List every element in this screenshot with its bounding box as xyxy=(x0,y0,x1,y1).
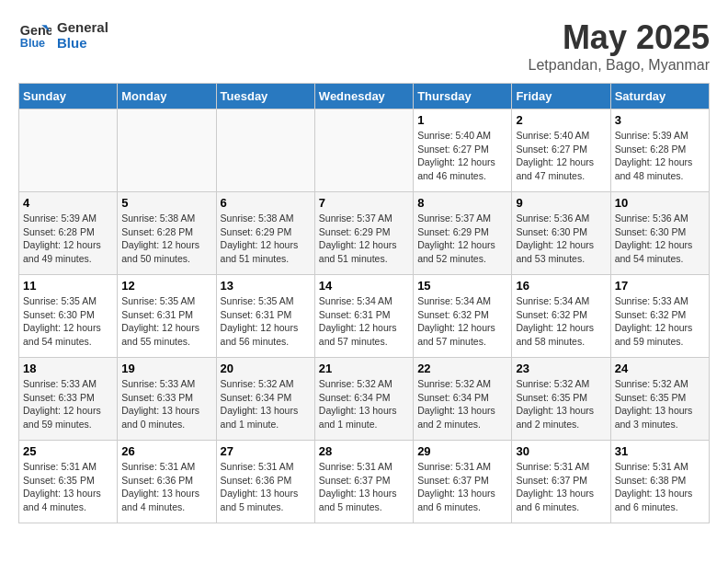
calendar-cell: 15Sunrise: 5:34 AM Sunset: 6:32 PM Dayli… xyxy=(414,275,512,358)
calendar-cell: 22Sunrise: 5:32 AM Sunset: 6:34 PM Dayli… xyxy=(414,358,512,441)
day-number: 25 xyxy=(23,444,113,458)
main-title: May 2025 xyxy=(529,18,710,57)
day-info: Sunrise: 5:37 AM Sunset: 6:29 PM Dayligh… xyxy=(417,212,507,266)
calendar-cell: 29Sunrise: 5:31 AM Sunset: 6:37 PM Dayli… xyxy=(414,441,512,523)
day-number: 24 xyxy=(615,362,705,375)
calendar-cell: 20Sunrise: 5:32 AM Sunset: 6:34 PM Dayli… xyxy=(216,358,314,441)
day-info: Sunrise: 5:35 AM Sunset: 6:31 PM Dayligh… xyxy=(121,294,211,349)
day-info: Sunrise: 5:31 AM Sunset: 6:37 PM Dayligh… xyxy=(417,460,507,514)
calendar-cell: 27Sunrise: 5:31 AM Sunset: 6:36 PM Dayli… xyxy=(216,441,314,523)
day-number: 1 xyxy=(417,113,507,127)
day-info: Sunrise: 5:39 AM Sunset: 6:28 PM Dayligh… xyxy=(615,129,705,183)
day-number: 10 xyxy=(615,196,705,210)
calendar-cell: 10Sunrise: 5:36 AM Sunset: 6:30 PM Dayli… xyxy=(610,192,709,275)
day-info: Sunrise: 5:32 AM Sunset: 6:34 PM Dayligh… xyxy=(221,377,311,431)
day-number: 14 xyxy=(319,279,409,293)
day-number: 7 xyxy=(319,196,409,210)
day-info: Sunrise: 5:32 AM Sunset: 6:34 PM Dayligh… xyxy=(417,377,507,431)
day-number: 3 xyxy=(615,113,705,127)
calendar-cell: 28Sunrise: 5:31 AM Sunset: 6:37 PM Dayli… xyxy=(314,441,413,523)
day-number: 18 xyxy=(23,362,113,375)
day-info: Sunrise: 5:40 AM Sunset: 6:27 PM Dayligh… xyxy=(417,129,507,183)
calendar-cell: 18Sunrise: 5:33 AM Sunset: 6:33 PM Dayli… xyxy=(19,358,118,441)
day-number: 26 xyxy=(121,444,211,458)
title-block: May 2025 Letpandan, Bago, Myanmar xyxy=(529,18,710,74)
day-number: 29 xyxy=(417,444,507,458)
day-number: 30 xyxy=(516,444,606,458)
day-info: Sunrise: 5:40 AM Sunset: 6:27 PM Dayligh… xyxy=(516,129,606,183)
calendar-cell: 1Sunrise: 5:40 AM Sunset: 6:27 PM Daylig… xyxy=(414,109,512,192)
day-info: Sunrise: 5:34 AM Sunset: 6:31 PM Dayligh… xyxy=(319,294,409,349)
col-header-friday: Friday xyxy=(512,84,610,109)
week-row-5: 25Sunrise: 5:31 AM Sunset: 6:35 PM Dayli… xyxy=(19,441,710,523)
calendar-cell: 9Sunrise: 5:36 AM Sunset: 6:30 PM Daylig… xyxy=(512,192,610,275)
logo-icon: General Blue xyxy=(18,18,51,52)
calendar-cell: 19Sunrise: 5:33 AM Sunset: 6:33 PM Dayli… xyxy=(118,358,216,441)
svg-text:General: General xyxy=(20,23,51,38)
day-info: Sunrise: 5:34 AM Sunset: 6:32 PM Dayligh… xyxy=(516,294,606,349)
day-number: 12 xyxy=(121,279,211,293)
week-row-4: 18Sunrise: 5:33 AM Sunset: 6:33 PM Dayli… xyxy=(19,358,710,441)
day-info: Sunrise: 5:31 AM Sunset: 6:36 PM Dayligh… xyxy=(121,460,211,514)
calendar-cell: 4Sunrise: 5:39 AM Sunset: 6:28 PM Daylig… xyxy=(19,192,118,275)
day-info: Sunrise: 5:33 AM Sunset: 6:33 PM Dayligh… xyxy=(23,377,113,431)
day-info: Sunrise: 5:32 AM Sunset: 6:35 PM Dayligh… xyxy=(516,377,606,431)
day-number: 6 xyxy=(221,196,311,210)
day-info: Sunrise: 5:31 AM Sunset: 6:38 PM Dayligh… xyxy=(615,460,705,514)
day-info: Sunrise: 5:39 AM Sunset: 6:28 PM Dayligh… xyxy=(23,212,113,266)
calendar-cell: 7Sunrise: 5:37 AM Sunset: 6:29 PM Daylig… xyxy=(314,192,413,275)
day-number: 19 xyxy=(121,362,211,375)
day-number: 22 xyxy=(417,362,507,375)
day-info: Sunrise: 5:31 AM Sunset: 6:36 PM Dayligh… xyxy=(221,460,311,514)
day-number: 11 xyxy=(23,279,113,293)
calendar-cell: 17Sunrise: 5:33 AM Sunset: 6:32 PM Dayli… xyxy=(610,275,709,358)
day-info: Sunrise: 5:38 AM Sunset: 6:29 PM Dayligh… xyxy=(221,212,311,266)
col-header-thursday: Thursday xyxy=(414,84,512,109)
day-info: Sunrise: 5:32 AM Sunset: 6:34 PM Dayligh… xyxy=(319,377,409,431)
day-number: 17 xyxy=(615,279,705,293)
calendar-cell: 21Sunrise: 5:32 AM Sunset: 6:34 PM Dayli… xyxy=(314,358,413,441)
day-number: 13 xyxy=(221,279,311,293)
day-info: Sunrise: 5:33 AM Sunset: 6:32 PM Dayligh… xyxy=(615,294,705,349)
calendar-cell: 3Sunrise: 5:39 AM Sunset: 6:28 PM Daylig… xyxy=(610,109,709,192)
week-row-3: 11Sunrise: 5:35 AM Sunset: 6:30 PM Dayli… xyxy=(19,275,710,358)
day-number: 21 xyxy=(319,362,409,375)
calendar-cell xyxy=(216,109,314,192)
day-number: 2 xyxy=(516,113,606,127)
day-number: 5 xyxy=(121,196,211,210)
week-row-2: 4Sunrise: 5:39 AM Sunset: 6:28 PM Daylig… xyxy=(19,192,710,275)
logo: General Blue General Blue xyxy=(18,18,108,52)
calendar-cell: 5Sunrise: 5:38 AM Sunset: 6:28 PM Daylig… xyxy=(118,192,216,275)
col-header-saturday: Saturday xyxy=(610,84,709,109)
day-number: 9 xyxy=(516,196,606,210)
subtitle: Letpandan, Bago, Myanmar xyxy=(529,57,710,74)
calendar-cell: 11Sunrise: 5:35 AM Sunset: 6:30 PM Dayli… xyxy=(19,275,118,358)
calendar-table: SundayMondayTuesdayWednesdayThursdayFrid… xyxy=(18,83,710,523)
col-header-sunday: Sunday xyxy=(19,84,118,109)
calendar-cell: 30Sunrise: 5:31 AM Sunset: 6:37 PM Dayli… xyxy=(512,441,610,523)
calendar-cell: 12Sunrise: 5:35 AM Sunset: 6:31 PM Dayli… xyxy=(118,275,216,358)
day-info: Sunrise: 5:31 AM Sunset: 6:35 PM Dayligh… xyxy=(23,460,113,514)
col-header-monday: Monday xyxy=(118,84,216,109)
day-info: Sunrise: 5:33 AM Sunset: 6:33 PM Dayligh… xyxy=(121,377,211,431)
page-header: General Blue General Blue May 2025 Letpa… xyxy=(18,18,710,74)
day-info: Sunrise: 5:36 AM Sunset: 6:30 PM Dayligh… xyxy=(516,212,606,266)
calendar-cell: 16Sunrise: 5:34 AM Sunset: 6:32 PM Dayli… xyxy=(512,275,610,358)
day-number: 4 xyxy=(23,196,113,210)
day-info: Sunrise: 5:31 AM Sunset: 6:37 PM Dayligh… xyxy=(319,460,409,514)
calendar-cell: 2Sunrise: 5:40 AM Sunset: 6:27 PM Daylig… xyxy=(512,109,610,192)
day-info: Sunrise: 5:34 AM Sunset: 6:32 PM Dayligh… xyxy=(417,294,507,349)
day-number: 28 xyxy=(319,444,409,458)
day-number: 15 xyxy=(417,279,507,293)
calendar-cell: 26Sunrise: 5:31 AM Sunset: 6:36 PM Dayli… xyxy=(118,441,216,523)
logo-general: General xyxy=(57,19,108,35)
col-header-wednesday: Wednesday xyxy=(314,84,413,109)
day-number: 20 xyxy=(221,362,311,375)
day-number: 23 xyxy=(516,362,606,375)
svg-text:Blue: Blue xyxy=(20,37,45,50)
day-number: 16 xyxy=(516,279,606,293)
day-number: 27 xyxy=(221,444,311,458)
day-info: Sunrise: 5:35 AM Sunset: 6:31 PM Dayligh… xyxy=(221,294,311,349)
day-number: 31 xyxy=(615,444,705,458)
day-info: Sunrise: 5:32 AM Sunset: 6:35 PM Dayligh… xyxy=(615,377,705,431)
